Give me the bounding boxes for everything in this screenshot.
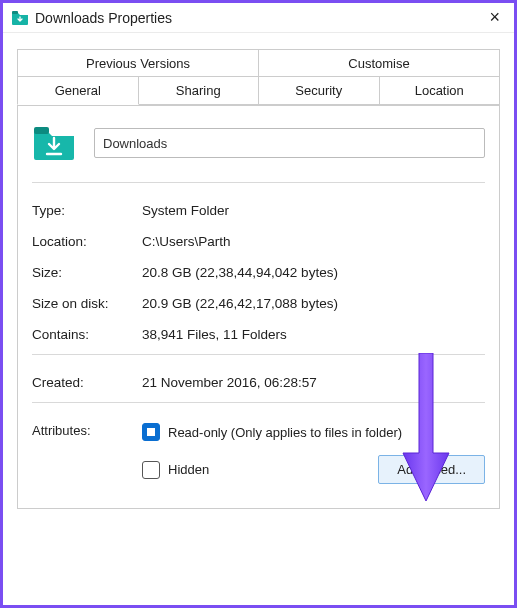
contains-value: 38,941 Files, 11 Folders: [142, 327, 485, 342]
attributes-label: Attributes:: [32, 423, 142, 484]
readonly-label: Read-only (Only applies to files in fold…: [168, 425, 402, 440]
svg-rect-1: [34, 127, 49, 134]
created-value: 21 November 2016, 06:28:57: [142, 375, 485, 390]
divider: [32, 402, 485, 403]
size-label: Size:: [32, 265, 142, 280]
titlebar: Downloads Properties ×: [3, 3, 514, 33]
type-value: System Folder: [142, 203, 485, 218]
location-value: C:\Users\Parth: [142, 234, 485, 249]
advanced-button[interactable]: Advanced...: [378, 455, 485, 484]
contains-label: Contains:: [32, 327, 142, 342]
hidden-checkbox[interactable]: [142, 461, 160, 479]
general-panel: Type:System Folder Location:C:\Users\Par…: [17, 106, 500, 509]
readonly-checkbox[interactable]: [142, 423, 160, 441]
tabstrip: Previous Versions Customise General Shar…: [17, 49, 500, 106]
hidden-label: Hidden: [168, 462, 209, 477]
type-label: Type:: [32, 203, 142, 218]
tab-customise[interactable]: Customise: [258, 49, 500, 77]
size-value: 20.8 GB (22,38,44,94,042 bytes): [142, 265, 485, 280]
tab-sharing[interactable]: Sharing: [139, 76, 260, 105]
divider: [32, 354, 485, 355]
folder-icon-small: [11, 10, 29, 26]
tab-previous-versions[interactable]: Previous Versions: [17, 49, 258, 77]
tab-security[interactable]: Security: [259, 76, 380, 105]
window-title: Downloads Properties: [35, 10, 483, 26]
location-label: Location:: [32, 234, 142, 249]
size-on-disk-value: 20.9 GB (22,46,42,17,088 bytes): [142, 296, 485, 311]
downloads-folder-icon: [32, 124, 76, 162]
close-icon[interactable]: ×: [483, 7, 506, 28]
svg-rect-0: [12, 11, 18, 14]
folder-name-field[interactable]: [94, 128, 485, 158]
divider: [32, 182, 485, 183]
created-label: Created:: [32, 375, 142, 390]
tab-location[interactable]: Location: [380, 76, 501, 105]
size-on-disk-label: Size on disk:: [32, 296, 142, 311]
content-area: Previous Versions Customise General Shar…: [3, 33, 514, 519]
tab-general[interactable]: General: [17, 76, 139, 105]
